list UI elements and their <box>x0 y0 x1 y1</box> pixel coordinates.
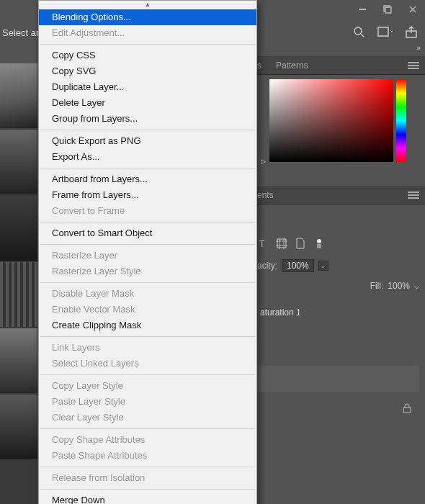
opacity-dropdown[interactable]: ⌵ <box>318 261 328 271</box>
menu-item[interactable]: Export As... <box>39 149 256 165</box>
type-filter-icon[interactable]: T <box>257 238 269 249</box>
workspace-button[interactable] <box>377 24 393 40</box>
menu-item: Clear Layer Style <box>39 410 256 426</box>
search-icon <box>353 26 366 39</box>
tab-swatches-partial[interactable]: s <box>257 56 269 75</box>
frame-filter-icon[interactable] <box>276 238 287 249</box>
menu-separator <box>40 168 255 168</box>
menu-item: Disable Layer Mask <box>39 286 256 302</box>
opacity-label: acity: <box>257 261 277 271</box>
minimize-button[interactable] <box>349 0 375 18</box>
thumbnail[interactable] <box>0 63 37 128</box>
menu-item[interactable]: Group from Layers... <box>39 111 256 127</box>
thumbnail[interactable] <box>0 130 37 194</box>
menu-item: Link Layers <box>39 340 256 356</box>
close-icon <box>408 5 417 14</box>
share-icon <box>405 26 418 39</box>
panel-menu-button-2[interactable] <box>408 191 419 199</box>
close-button[interactable] <box>400 0 425 18</box>
menu-item: Paste Shape Attributes <box>39 448 256 464</box>
thumbnail[interactable] <box>0 395 37 459</box>
svg-rect-0 <box>359 9 366 10</box>
menu-item: Paste Layer Style <box>39 394 256 410</box>
menu-separator <box>40 428 255 429</box>
menu-item[interactable]: Quick Export as PNG <box>39 133 256 149</box>
thumbnail[interactable] <box>0 196 37 261</box>
fill-control: Fill: 100% ⌵ <box>257 281 419 291</box>
menu-item[interactable]: Merge Down <box>39 492 256 504</box>
svg-rect-2 <box>385 7 391 13</box>
menu-item[interactable]: Blending Options... <box>39 9 256 25</box>
menu-separator <box>40 489 255 490</box>
menu-item: Edit Adjustment... <box>39 25 256 41</box>
color-indicator-icon: ▷ <box>261 158 266 165</box>
menu-separator <box>40 244 255 245</box>
history-thumbnails <box>0 63 37 504</box>
color-saturation-field[interactable] <box>269 79 393 162</box>
maximize-button[interactable] <box>375 0 400 18</box>
layer-row-background[interactable] <box>257 366 419 392</box>
color-picker: ▷ <box>269 79 406 162</box>
menu-scroll-up[interactable]: ▲ <box>39 1 256 9</box>
layer-row[interactable]: aturation 1 <box>257 304 419 321</box>
minimize-icon <box>358 5 367 14</box>
panel-menu-button[interactable] <box>408 61 419 70</box>
fill-value[interactable]: 100% <box>388 281 410 291</box>
opacity-value[interactable]: 100% <box>282 259 314 272</box>
layer-context-menu: ▲ Blending Options...Edit Adjustment...C… <box>38 0 257 504</box>
layer-name: aturation 1 <box>260 307 301 318</box>
thumbnail[interactable] <box>0 328 37 393</box>
document-filter-icon[interactable] <box>295 238 306 249</box>
share-button[interactable] <box>403 24 419 40</box>
fill-dropdown[interactable]: ⌵ <box>414 281 419 291</box>
svg-rect-10 <box>403 408 411 413</box>
menu-item: Enable Vector Mask <box>39 302 256 318</box>
svg-point-8 <box>317 239 321 243</box>
menu-separator <box>40 336 255 337</box>
menu-separator <box>40 374 255 375</box>
layer-filter-bar: T <box>257 238 419 249</box>
svg-rect-4 <box>378 27 388 36</box>
tab-patterns[interactable]: Patterns <box>269 56 316 75</box>
workspace-icon <box>377 26 393 39</box>
fill-label: Fill: <box>370 281 384 291</box>
menu-item: Convert to Frame <box>39 203 256 219</box>
search-button[interactable] <box>352 24 367 40</box>
svg-text:T: T <box>259 239 265 249</box>
menu-icon <box>408 191 419 199</box>
menu-item: Rasterize Layer <box>39 248 256 264</box>
svg-rect-9 <box>317 244 321 248</box>
menu-separator <box>40 130 255 130</box>
lock-icon <box>402 403 412 413</box>
tab-adjustments-partial[interactable]: ents <box>257 186 281 204</box>
menu-separator <box>40 44 255 45</box>
color-panel-tabs: s Patterns <box>257 56 425 75</box>
menu-item: Rasterize Layer Style <box>39 264 256 279</box>
opacity-control: acity: 100% ⌵ <box>257 259 419 272</box>
menu-item[interactable]: Create Clipping Mask <box>39 318 256 333</box>
menu-item[interactable]: Convert to Smart Object <box>39 225 256 241</box>
menu-separator <box>40 222 255 222</box>
menu-item[interactable]: Copy CSS <box>39 48 256 63</box>
menu-item: Select Linked Layers <box>39 356 256 372</box>
menu-item[interactable]: Duplicate Layer... <box>39 79 256 95</box>
menu-item: Copy Shape Attributes <box>39 432 256 448</box>
hue-slider[interactable] <box>396 79 406 162</box>
menu-separator <box>40 282 255 283</box>
menu-item: Copy Layer Style <box>39 378 256 394</box>
menu-item[interactable]: Copy SVG <box>39 63 256 79</box>
menu-separator <box>40 467 255 467</box>
menu-item[interactable]: Delete Layer <box>39 95 256 111</box>
more-options[interactable]: » <box>416 43 421 52</box>
menu-item[interactable]: Frame from Layers... <box>39 187 256 203</box>
thumbnail[interactable] <box>0 262 37 327</box>
maximize-icon <box>383 5 392 14</box>
menu-item: Release from Isolation <box>39 470 256 486</box>
svg-point-3 <box>354 27 362 35</box>
svg-rect-7 <box>277 239 286 248</box>
menu-item[interactable]: Artboard from Layers... <box>39 171 256 187</box>
smartobject-filter-icon[interactable] <box>313 238 325 249</box>
menu-icon <box>408 61 419 70</box>
layer-lock-icon[interactable] <box>402 403 412 413</box>
window-controls <box>349 0 425 18</box>
